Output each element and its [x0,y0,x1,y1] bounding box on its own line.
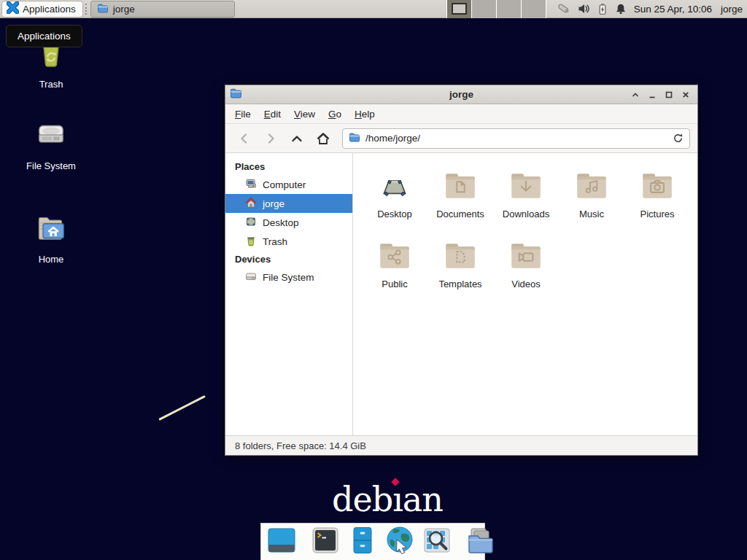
toolbar: /home/jorge/ [225,124,697,153]
folder-launcher[interactable] [465,526,496,557]
file-item-label: Templates [438,279,481,289]
folder-template-icon [442,235,479,277]
applications-menu-label: Applications [23,4,76,15]
file-item-label: Documents [436,209,484,219]
file-item-public[interactable]: Public [362,235,427,305]
dock-panel [260,523,485,560]
workspace-1[interactable] [447,0,472,18]
web-browser-launcher[interactable] [384,526,415,557]
statusbar: 8 folders, Free space: 14.4 GiB [225,435,697,455]
menu-view[interactable]: View [287,106,322,122]
sidebar-header-devices: Devices [225,251,352,268]
menubar: File Edit View Go Help [225,104,697,124]
close-button[interactable] [679,88,692,101]
desktop-icon-label: Home [39,254,64,265]
sidebar-item-desktop[interactable]: Desktop [225,213,352,232]
sidebar-item-file-system[interactable]: File System [225,268,352,287]
window-controls [629,88,697,101]
folder-icon [465,525,496,559]
forward-button[interactable] [259,128,282,149]
file-cabinet-icon [347,525,378,559]
home-button[interactable] [311,128,335,149]
applications-menu-button[interactable]: Applications [1,1,83,18]
folder-share-icon [376,235,413,277]
statusbar-text: 8 folders, Free space: 14.4 GiB [235,440,366,451]
file-item-music[interactable]: Music [559,165,624,235]
clock[interactable]: Sun 25 Apr, 10:06 [634,4,712,15]
file-item-label: Downloads [503,209,549,219]
system-tray [557,2,627,15]
file-item-templates[interactable]: Templates [427,235,493,305]
back-button[interactable] [233,128,256,149]
menu-edit[interactable]: Edit [258,106,287,122]
folder-document-icon [442,165,479,207]
notifications-bell-icon[interactable] [615,3,627,15]
sidebar-item-jorge[interactable]: jorge [225,194,352,213]
reload-icon[interactable] [673,133,684,144]
up-button[interactable] [285,128,309,149]
sidebar-item-computer[interactable]: Computer [225,175,352,194]
desktop-surface-icon [376,165,413,207]
tooltip-text: Applications [18,31,71,42]
sidebar-item-label: Trash [263,236,287,247]
file-manager-window: jorge File Edit View Go Help [225,85,698,456]
file-item-videos[interactable]: Videos [493,235,559,305]
path-value[interactable]: /home/jorge/ [365,133,420,144]
web-browser-icon [384,525,415,559]
sidebar-item-label: Computer [263,179,306,190]
terminal-launcher[interactable] [310,526,341,557]
folder-video-icon [508,235,544,277]
show-desktop-button[interactable] [266,526,297,557]
debian-logo-text: deb [332,480,392,519]
username-menu[interactable]: jorge [721,4,743,15]
show-desktop-icon [266,525,297,559]
titlebar[interactable]: jorge [225,85,697,104]
desktop-icon-home[interactable]: Home [16,210,86,265]
workspace-4[interactable] [522,0,546,18]
window-content: Places Computer [225,153,697,435]
terminal-icon [310,525,341,559]
file-item-label: Public [382,279,407,289]
window-folder-icon [230,87,242,102]
file-item-label: Videos [511,279,541,289]
desktop-icon-file-system[interactable]: File System [16,117,86,171]
pointer-line-artifact [158,395,206,421]
path-bar[interactable]: /home/jorge/ [342,128,690,149]
workspace-3[interactable] [497,0,522,18]
menu-go[interactable]: Go [322,106,348,122]
file-item-pictures[interactable]: Pictures [624,165,690,235]
top-panel: Applications jorge [0,0,747,18]
path-folder-icon [349,131,360,146]
taskbar-window-button[interactable]: jorge [90,1,235,18]
battery-icon[interactable] [597,3,608,15]
shade-button[interactable] [629,88,641,101]
folder-download-icon [508,165,544,207]
file-item-downloads[interactable]: Downloads [493,165,559,235]
taskbar-window-label: jorge [113,4,135,15]
volume-icon[interactable] [578,3,590,15]
folder-camera-icon [639,165,676,207]
app-finder-launcher[interactable] [422,526,452,557]
input-device-icon[interactable] [557,2,571,15]
app-finder-icon [422,525,452,559]
workspace-2[interactable] [472,0,497,18]
menu-help[interactable]: Help [348,106,382,122]
sidebar-header-places: Places [225,158,352,175]
maximize-button[interactable] [662,88,675,101]
window-title: jorge [225,89,697,100]
sidebar-item-label: File System [263,272,314,283]
minimize-button[interactable] [646,88,658,101]
drive-icon [33,117,69,156]
menu-file[interactable]: File [228,106,258,122]
file-manager-launcher[interactable] [347,526,378,557]
desktop-icon [245,216,257,230]
file-grid: Desktop Documents [353,153,697,435]
file-item-label: Desktop [377,209,412,219]
computer-icon [245,178,257,192]
file-item-documents[interactable]: Documents [427,165,493,235]
panel-separator-handle[interactable] [85,4,88,15]
file-item-desktop[interactable]: Desktop [362,165,427,235]
sidebar-item-trash[interactable]: Trash [225,232,352,251]
applications-tooltip: Applications [6,25,82,47]
workspace-window-preview [452,3,467,15]
